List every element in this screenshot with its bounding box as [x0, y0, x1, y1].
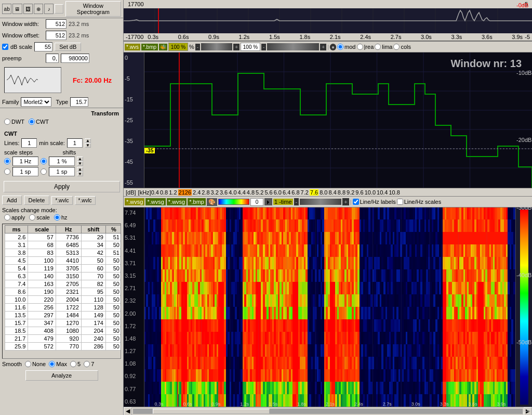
mode-apply-option[interactable]: apply — [4, 214, 25, 221]
cwt-option[interactable]: CWT — [29, 119, 49, 125]
minus-btn-1[interactable]: - — [195, 44, 200, 50]
slider-1[interactable] — [201, 43, 232, 50]
plus-btn-1[interactable]: + — [233, 44, 240, 50]
scale1-radio[interactable] — [4, 158, 10, 164]
scale2-up[interactable]: ▲ — [77, 167, 83, 172]
apply-button[interactable]: Apply — [4, 181, 120, 192]
preemp-input2[interactable] — [61, 54, 89, 63]
scroll-thumb[interactable] — [153, 409, 270, 414]
wvlc-button-2[interactable]: *.wvlc — [75, 196, 96, 205]
table-row[interactable]: 13.5297148414950 — [5, 312, 122, 319]
mode-hz-option[interactable]: hz — [54, 214, 68, 221]
scale1-spinbox[interactable]: ▲ ▼ — [77, 157, 83, 166]
line-hz-labels-check[interactable] — [353, 199, 359, 205]
scale2-spinbox[interactable]: ▲ ▼ — [77, 167, 83, 176]
table-row[interactable]: 2.65777362951 — [5, 234, 122, 241]
wvlc-button-1[interactable]: *.wvlc — [51, 196, 72, 205]
cwt-radio[interactable] — [29, 119, 35, 125]
ab-icon[interactable]: ab — [2, 4, 11, 14]
scroll-track[interactable] — [133, 409, 523, 414]
db-scale-checkbox[interactable] — [2, 44, 8, 50]
window-spectrogram-button[interactable]: Window Spectrogram — [65, 1, 121, 17]
table-row[interactable]: 18.5408108020450 — [5, 327, 122, 335]
line-hz-scales-option[interactable]: Line/Hz scales — [397, 199, 442, 205]
smooth-7-radio[interactable] — [84, 361, 90, 367]
set-db-button[interactable]: Set dB — [55, 43, 81, 51]
smooth-none-option[interactable]: None — [25, 361, 46, 367]
scale2-radio[interactable] — [4, 168, 10, 175]
shift1-radio[interactable] — [41, 158, 47, 164]
mode-scale-radio[interactable] — [29, 214, 35, 221]
shift2-input[interactable] — [49, 167, 75, 176]
table-row[interactable]: 6.314031507050 — [5, 273, 122, 280]
lines-input[interactable] — [21, 138, 37, 148]
scale2-input[interactable] — [12, 167, 38, 176]
scale1-down[interactable]: ▼ — [77, 161, 83, 166]
audio-icon[interactable]: ♪ — [44, 4, 54, 14]
min-scale-input[interactable] — [67, 138, 83, 148]
dwt-option[interactable]: DWT — [4, 119, 24, 125]
smooth-5-option[interactable]: 5 — [70, 361, 81, 367]
lima-option[interactable]: lima — [375, 44, 392, 50]
pct-input-1[interactable] — [168, 43, 188, 51]
slider-2[interactable] — [267, 43, 319, 50]
delete-button[interactable]: Delete — [24, 196, 50, 205]
dwt-radio[interactable] — [4, 119, 10, 125]
scale1-up[interactable]: ▲ — [77, 157, 83, 161]
type-input[interactable] — [70, 97, 88, 107]
shift1-input[interactable] — [49, 157, 75, 166]
circle-btn[interactable]: ● — [330, 44, 336, 50]
scale2-down[interactable]: ▼ — [77, 172, 83, 176]
table-row[interactable]: 4.510044105050 — [5, 257, 122, 265]
mode-hz-radio[interactable] — [54, 214, 60, 221]
cols-option[interactable]: cols — [393, 44, 411, 50]
smooth-5-radio[interactable] — [70, 361, 76, 367]
table-row[interactable]: 7.416327058250 — [5, 280, 122, 288]
spin-up[interactable]: ▲ — [85, 138, 91, 143]
monitor-icon[interactable]: 🖥 — [12, 4, 22, 14]
arrows-icon[interactable]: ⊕ — [34, 4, 43, 14]
window-offset-input[interactable] — [46, 31, 66, 40]
preemp-input1[interactable] — [46, 54, 59, 63]
small-icon[interactable] — [55, 4, 63, 14]
rea-radio[interactable] — [357, 44, 363, 50]
scroll-left-btn[interactable]: ◀ — [124, 407, 132, 416]
shift2-radio[interactable] — [41, 168, 47, 175]
table-row[interactable]: 15.7347127017450 — [5, 319, 122, 327]
spin-down[interactable]: ▼ — [85, 143, 91, 148]
line-hz-labels-option[interactable]: Line/Hz labels — [353, 199, 396, 205]
line-hz-scales-check[interactable] — [397, 199, 403, 205]
table-row[interactable]: 10.0220200411050 — [5, 296, 122, 304]
mode-apply-radio[interactable] — [4, 214, 10, 221]
smooth-max-option[interactable]: Max — [49, 361, 67, 367]
mod-option[interactable]: mod — [337, 44, 355, 50]
table-row[interactable]: 21.747992024050 — [5, 335, 122, 343]
table-row[interactable]: 3.88353134251 — [5, 249, 122, 257]
family-select[interactable]: Morlet2 — [21, 97, 51, 107]
smooth-7-option[interactable]: 7 — [84, 361, 94, 367]
smooth-none-radio[interactable] — [25, 361, 31, 367]
analyze-button[interactable]: Analyze — [25, 370, 98, 381]
mode-scale-option[interactable]: scale — [29, 214, 50, 221]
table-row[interactable]: 25.957277028650 — [5, 343, 122, 351]
plus-btn-2[interactable]: + — [320, 44, 326, 50]
window-width-input[interactable] — [46, 19, 66, 29]
min-scale-spinbox[interactable]: ▲ ▼ — [85, 138, 91, 148]
table-row[interactable]: 5.411937056050 — [5, 265, 122, 273]
slider-3[interactable] — [300, 199, 341, 205]
db-scale-input[interactable] — [34, 42, 52, 51]
image-icon[interactable]: 🖼 — [23, 4, 33, 14]
table-row[interactable]: 11.6256172212850 — [5, 304, 122, 312]
mod-radio[interactable] — [337, 44, 343, 50]
minus-btn-2[interactable]: - — [261, 44, 266, 50]
smooth-max-radio[interactable] — [49, 361, 55, 367]
table-row[interactable]: 8.619023219550 — [5, 288, 122, 296]
scale1-input[interactable] — [12, 157, 38, 166]
pct-input-2[interactable] — [241, 43, 260, 51]
table-row[interactable]: 3.16864853450 — [5, 241, 122, 249]
scales-table-container[interactable]: ms scale Hz shift % 2.657773629513.16864… — [2, 224, 121, 359]
rea-option[interactable]: |rea — [357, 44, 374, 50]
cols-radio[interactable] — [393, 44, 400, 50]
horizontal-scrollbar[interactable]: ◀ ▶ — [124, 407, 532, 415]
add-button[interactable]: Add — [2, 196, 22, 205]
